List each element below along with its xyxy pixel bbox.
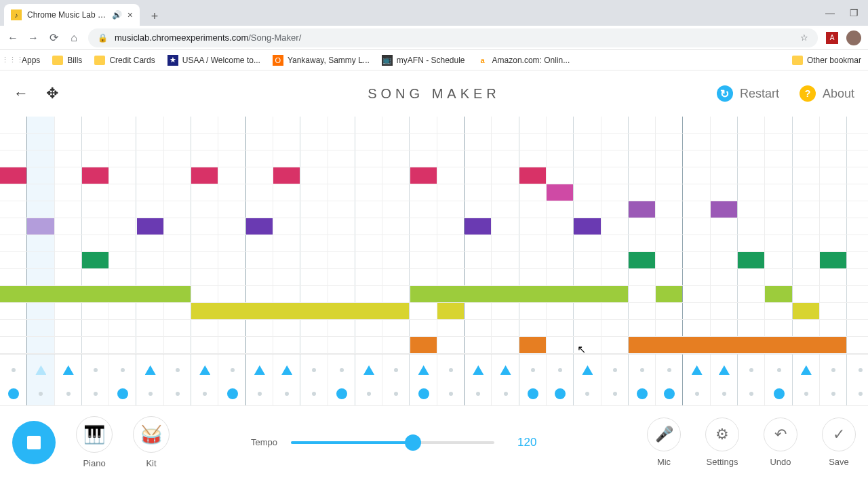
- percussion-circle[interactable]: [336, 388, 347, 399]
- note-cell[interactable]: [410, 337, 437, 353]
- note-cell[interactable]: [191, 167, 218, 184]
- bookmark-star-icon[interactable]: ☆: [800, 33, 808, 43]
- check-icon: ✓: [822, 418, 856, 451]
- apps-bookmark[interactable]: ⋮⋮⋮Apps: [7, 55, 40, 66]
- browser-tabs-bar: ♪ Chrome Music Lab - Song M 🔊 × + — ❐: [0, 0, 868, 26]
- mic-icon: 🎤: [647, 418, 681, 451]
- gear-icon: ⚙: [705, 418, 739, 451]
- note-cell[interactable]: [629, 252, 655, 268]
- note-cell[interactable]: [82, 252, 108, 268]
- lock-icon: 🔒: [98, 33, 108, 43]
- restart-icon: ↻: [717, 85, 733, 102]
- bookmark-usaa[interactable]: ★USAA / Welcome to...: [167, 55, 260, 66]
- reload-icon[interactable]: ⟳: [47, 31, 60, 44]
- minimize-icon[interactable]: —: [825, 7, 835, 18]
- save-button[interactable]: ✓Save: [822, 418, 856, 467]
- note-cell[interactable]: [437, 303, 464, 319]
- percussion-circle[interactable]: [528, 388, 538, 399]
- note-cell[interactable]: [629, 337, 846, 353]
- restart-button[interactable]: ↻ Restart: [717, 85, 779, 102]
- fullscreen-icon[interactable]: ✥: [46, 85, 58, 102]
- percussion-circle[interactable]: [418, 388, 429, 399]
- undo-icon: ↶: [764, 418, 797, 451]
- note-cell[interactable]: [547, 184, 573, 201]
- note-cell[interactable]: [629, 201, 655, 218]
- note-cell[interactable]: [137, 218, 163, 235]
- melody-instrument-button[interactable]: 🎹 Piano: [76, 416, 113, 468]
- about-button[interactable]: ? About: [800, 85, 854, 102]
- piano-icon: 🎹: [76, 416, 113, 453]
- note-cell[interactable]: [27, 218, 54, 235]
- note-cell[interactable]: [82, 167, 108, 184]
- play-stop-button[interactable]: [12, 421, 56, 464]
- bookmark-bills[interactable]: Bills: [52, 56, 82, 65]
- app-header: ← ✥ SONG MAKER ↻ Restart ? About: [0, 70, 868, 117]
- browser-tab[interactable]: ♪ Chrome Music Lab - Song M 🔊 ×: [4, 4, 140, 26]
- note-cell[interactable]: [0, 167, 26, 184]
- percussion-circle[interactable]: [227, 388, 238, 399]
- note-cell[interactable]: [519, 337, 546, 353]
- tempo-value: 120: [517, 436, 536, 449]
- forward-icon[interactable]: →: [27, 32, 39, 44]
- tab-title: Chrome Music Lab - Song M: [27, 10, 106, 20]
- percussion-circle[interactable]: [637, 388, 648, 399]
- note-cell[interactable]: [191, 303, 409, 319]
- other-bookmarks[interactable]: Other bookmar: [792, 56, 861, 65]
- note-cell[interactable]: [574, 218, 600, 235]
- bookmark-yankaway[interactable]: OYankaway, Sammy L...: [273, 55, 370, 66]
- back-arrow-icon[interactable]: ←: [14, 85, 28, 102]
- home-icon[interactable]: ⌂: [68, 32, 80, 44]
- window-controls: — ❐: [825, 7, 868, 18]
- note-cell[interactable]: [793, 303, 819, 319]
- note-cell[interactable]: [765, 286, 791, 302]
- profile-avatar[interactable]: [846, 30, 861, 45]
- close-tab-icon[interactable]: ×: [127, 9, 133, 20]
- page-title: SONG MAKER: [368, 86, 500, 102]
- mic-button[interactable]: 🎤Mic: [647, 418, 681, 467]
- new-tab-button[interactable]: +: [145, 7, 164, 26]
- bookmarks-bar: ⋮⋮⋮Apps Bills Credit Cards ★USAA / Welco…: [0, 50, 868, 70]
- favicon: ♪: [11, 9, 22, 20]
- note-cell[interactable]: [656, 286, 682, 302]
- percussion-circle[interactable]: [774, 388, 785, 399]
- bookmark-credit-cards[interactable]: Credit Cards: [94, 56, 155, 65]
- bookmark-myafn[interactable]: 📺myAFN - Schedule: [382, 55, 465, 66]
- settings-button[interactable]: ⚙Settings: [705, 418, 739, 467]
- tempo-slider[interactable]: [291, 441, 494, 444]
- help-icon: ?: [800, 85, 816, 102]
- note-cell[interactable]: [246, 218, 273, 235]
- undo-button[interactable]: ↶Undo: [764, 418, 797, 467]
- maximize-icon[interactable]: ❐: [850, 7, 859, 18]
- url-input[interactable]: 🔒 musiclab.chromeexperiments.com/Song-Ma…: [88, 28, 818, 47]
- note-cell[interactable]: [519, 167, 546, 184]
- note-cell[interactable]: [410, 167, 437, 184]
- note-cell[interactable]: [820, 252, 846, 268]
- song-grid[interactable]: ↖: [0, 117, 868, 405]
- note-cell[interactable]: [0, 286, 191, 302]
- address-bar: ← → ⟳ ⌂ 🔒 musiclab.chromeexperiments.com…: [0, 26, 868, 50]
- note-cell[interactable]: [410, 286, 628, 302]
- tempo-label: Tempo: [251, 437, 277, 447]
- back-icon[interactable]: ←: [7, 32, 19, 44]
- footer-controls: 🎹 Piano 🥁 Kit Tempo 120 🎤Mic ⚙Settings ↶…: [0, 405, 868, 479]
- note-cell[interactable]: [711, 201, 737, 218]
- percussion-instrument-button[interactable]: 🥁 Kit: [133, 416, 170, 468]
- drum-icon: 🥁: [133, 416, 170, 453]
- note-cell[interactable]: [273, 167, 300, 184]
- audio-icon[interactable]: 🔊: [112, 10, 122, 20]
- pdf-extension-icon[interactable]: A: [826, 32, 838, 44]
- note-cell[interactable]: [738, 252, 764, 268]
- bookmark-amazon[interactable]: aAmazon.com: Onlin...: [477, 55, 570, 66]
- note-cell[interactable]: [465, 218, 491, 235]
- stop-icon: [27, 436, 41, 449]
